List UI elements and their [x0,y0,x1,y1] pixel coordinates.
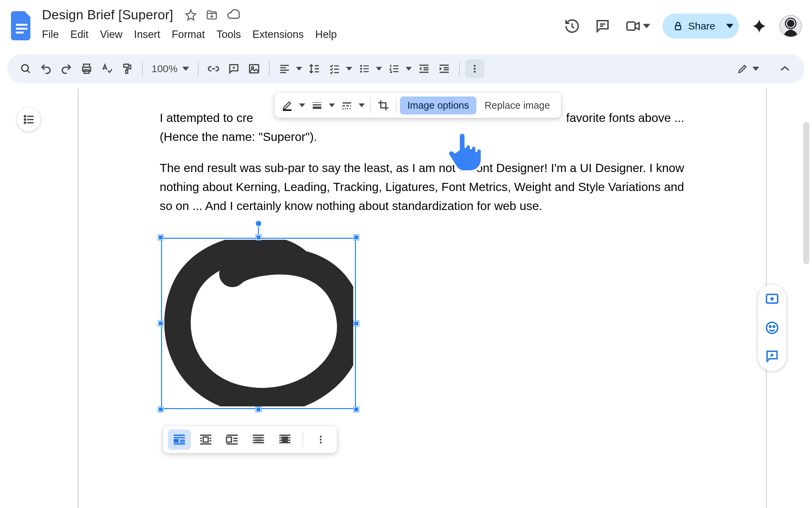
document-title[interactable]: Design Brief [Superor] [40,7,175,23]
wrap-behind-icon[interactable] [247,429,270,450]
resize-handle[interactable] [158,321,163,326]
zoom-select[interactable]: 100% [148,63,193,75]
share-caret-icon[interactable] [720,14,739,39]
svg-rect-12 [124,64,129,67]
cloud-status-icon[interactable] [227,8,240,22]
spellcheck-icon[interactable] [97,59,116,78]
bullet-list-dropdown[interactable] [355,59,383,78]
emoji-react-icon[interactable] [765,320,780,335]
border-color-caret[interactable] [297,96,307,114]
chevron-down-icon [752,65,759,72]
search-menus-icon[interactable] [16,59,35,78]
menu-edit[interactable]: Edit [70,28,88,41]
svg-rect-29 [203,437,208,442]
editing-mode-dropdown[interactable] [731,60,765,78]
resize-handle[interactable] [256,235,261,240]
suggest-edits-icon[interactable] [765,349,780,364]
insert-image-icon[interactable] [245,59,264,78]
history-icon[interactable] [563,17,581,35]
menu-view[interactable]: View [100,28,122,41]
svg-point-6 [787,20,794,27]
image-wrap-toolbar [163,426,337,453]
svg-point-16 [360,65,362,67]
svg-rect-21 [363,71,369,72]
wrap-front-icon[interactable] [273,429,296,450]
resize-handle[interactable] [354,321,359,326]
replace-image-button[interactable]: Replace image [477,97,557,114]
collapse-toolbar-icon[interactable] [775,59,794,78]
line-spacing-icon[interactable] [305,59,324,78]
numbered-list-dropdown[interactable] [385,59,413,78]
indent-increase-icon[interactable] [435,59,454,78]
add-comment-icon[interactable] [224,59,243,78]
menu-extensions[interactable]: Extensions [252,28,304,41]
svg-point-38 [769,326,771,327]
checklist-dropdown[interactable] [325,59,354,78]
rotate-handle[interactable] [255,220,262,227]
border-dash-caret[interactable] [357,96,367,114]
docs-logo[interactable] [9,9,34,42]
align-dropdown[interactable] [275,59,303,78]
svg-point-35 [320,442,322,444]
star-icon[interactable] [185,9,197,21]
pencil-icon [737,63,748,75]
resize-handle[interactable] [158,235,163,240]
menu-file[interactable]: File [42,28,59,41]
move-icon[interactable] [206,9,218,21]
svg-rect-14 [249,65,258,73]
meet-caret-icon[interactable] [643,22,650,30]
wrap-more-icon[interactable] [309,429,332,450]
wrap-break-icon[interactable] [221,429,244,450]
border-weight-caret[interactable] [327,96,337,114]
resize-handle[interactable] [158,407,163,412]
svg-rect-13 [126,70,128,73]
wrap-inline-icon[interactable] [168,429,191,450]
show-outline-button[interactable] [17,108,41,131]
add-comment-side-icon[interactable] [765,292,780,307]
meet-icon[interactable] [624,17,642,35]
gemini-icon[interactable] [751,18,767,34]
vertical-scrollbar[interactable] [803,122,809,264]
account-avatar[interactable] [780,15,802,37]
paint-format-icon[interactable] [118,59,137,78]
menu-help[interactable]: Help [315,28,337,41]
menu-tools[interactable]: Tools [217,28,241,41]
border-color-icon[interactable] [278,96,296,114]
comments-icon[interactable] [593,17,612,35]
menu-insert[interactable]: Insert [134,28,160,41]
wrap-text-icon[interactable] [194,429,217,450]
indent-decrease-icon[interactable] [414,59,433,78]
svg-point-24 [474,71,476,73]
crop-icon[interactable] [374,96,392,114]
more-tools-icon[interactable] [465,59,484,78]
share-button[interactable]: Share [662,14,739,39]
svg-rect-3 [627,22,635,30]
svg-rect-28 [174,439,179,443]
border-weight-icon[interactable] [308,96,326,114]
border-dash-icon[interactable] [338,96,356,114]
resize-handle[interactable] [354,407,359,412]
menu-format[interactable]: Format [172,28,205,41]
resize-handle[interactable] [256,407,261,412]
svg-point-34 [320,439,322,441]
selected-image[interactable] [161,238,356,409]
svg-point-22 [474,65,476,67]
lock-icon [673,21,683,31]
svg-point-23 [474,68,476,70]
resize-handle[interactable] [354,235,359,240]
paragraph[interactable]: The end result was sub-par to say the le… [160,158,685,215]
print-icon[interactable] [77,59,96,78]
svg-rect-4 [675,26,681,30]
svg-rect-32 [282,437,288,443]
insert-link-icon[interactable] [204,59,223,78]
image-context-toolbar: Image options Replace image [275,93,561,118]
svg-point-37 [767,322,778,334]
redo-icon[interactable] [57,59,76,78]
undo-icon[interactable] [37,59,55,78]
menu-bar: File Edit View Insert Format Tools Exten… [40,28,337,41]
svg-point-33 [320,436,322,438]
svg-point-27 [24,122,26,124]
svg-point-25 [24,116,26,117]
image-options-button[interactable]: Image options [400,97,476,114]
svg-point-8 [22,65,28,71]
